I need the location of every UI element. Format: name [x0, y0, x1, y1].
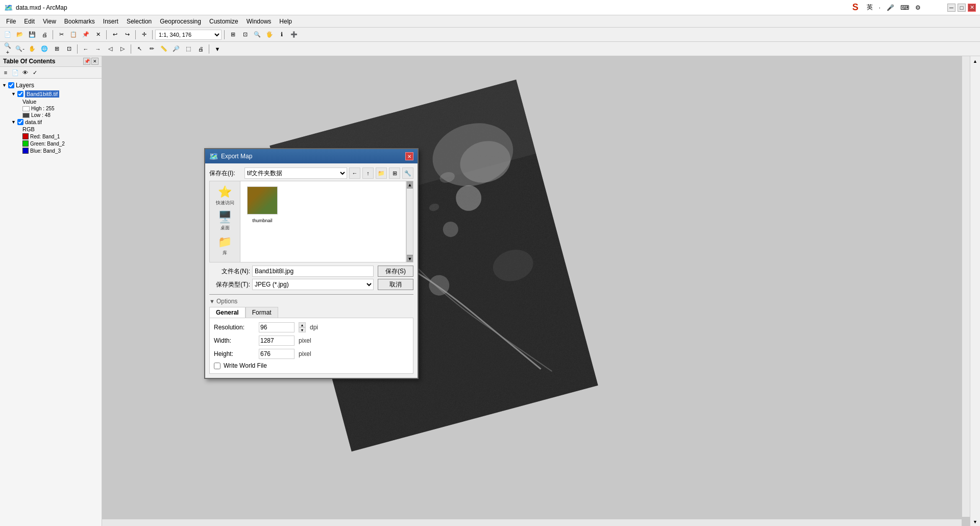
- file-scrollbar-v[interactable]: ▲ ▼: [406, 181, 413, 262]
- nav-up-btn[interactable]: ↑: [362, 168, 374, 179]
- tab-format[interactable]: Format: [246, 307, 278, 318]
- zoom-full-button[interactable]: ⊞: [227, 29, 238, 40]
- toc-sel-btn[interactable]: ✓: [30, 68, 39, 77]
- map-area[interactable]: 🗺️ Export Map ✕ 保存在(I): tif文件夹数据 ← ↑ 📁 ⊞: [102, 56, 970, 526]
- scale-dropdown[interactable]: 1:1, 340, 176: [155, 30, 222, 40]
- select-feature-button[interactable]: ⬚: [183, 43, 194, 55]
- undo-button[interactable]: ↩: [109, 29, 120, 40]
- pan-button[interactable]: 🖐: [264, 29, 275, 40]
- menu-selection[interactable]: Selection: [122, 17, 156, 26]
- toc-vis-btn[interactable]: 👁: [20, 68, 30, 77]
- rs-scroll-down[interactable]: ▼: [971, 518, 979, 526]
- file-area[interactable]: thumbnail: [240, 181, 406, 262]
- resolution-up[interactable]: ▲: [299, 322, 306, 327]
- quick-access-item[interactable]: ⭐ 快速访问: [216, 185, 234, 206]
- toc-list-btn[interactable]: ≡: [1, 68, 10, 77]
- nav-back-btn[interactable]: ←: [349, 168, 360, 179]
- zoom-in-button[interactable]: 🔍+: [2, 43, 13, 55]
- nav-folder-btn[interactable]: 📁: [376, 168, 387, 179]
- folder-item[interactable]: 📁 库: [218, 235, 232, 256]
- ime-icon-kb[interactable]: ⌨: [898, 4, 911, 11]
- rs-scroll-up[interactable]: ▲: [971, 57, 979, 65]
- edit-button[interactable]: ✏: [146, 43, 157, 55]
- delete-button[interactable]: ✕: [92, 29, 104, 40]
- print-layout-button[interactable]: 🖨: [195, 43, 206, 55]
- next-extent-button[interactable]: ▷: [117, 43, 128, 55]
- add-data-button[interactable]: ➕: [288, 29, 300, 40]
- new-button[interactable]: 📄: [2, 29, 13, 40]
- location-dropdown[interactable]: tif文件夹数据: [244, 168, 347, 179]
- menu-bookmarks[interactable]: Bookmarks: [60, 17, 99, 26]
- scroll-down-arrow[interactable]: ▼: [407, 255, 413, 262]
- menu-customize[interactable]: Customize: [205, 17, 242, 26]
- file-thumbnail-item[interactable]: thumbnail: [244, 185, 280, 223]
- height-input[interactable]: [259, 349, 295, 359]
- layer1-name[interactable]: Band1bit8.tif: [25, 90, 59, 98]
- ime-icon-en[interactable]: 英: [865, 3, 875, 12]
- layer1-expand[interactable]: ▼: [11, 91, 16, 97]
- menu-view[interactable]: View: [39, 17, 60, 26]
- layer2-name[interactable]: data.tif: [25, 119, 42, 125]
- fixed-zoom-button[interactable]: ⊞: [51, 43, 62, 55]
- globe-button[interactable]: 🌐: [39, 43, 50, 55]
- select-button[interactable]: ↖: [134, 43, 145, 55]
- prev-extent-button[interactable]: ◁: [105, 43, 116, 55]
- identify-button[interactable]: ℹ: [276, 29, 287, 40]
- ime-icon-mic[interactable]: 🎤: [885, 4, 896, 11]
- menu-file[interactable]: File: [2, 17, 20, 26]
- zoom-select-button[interactable]: 🔍: [252, 29, 263, 40]
- scroll-up-arrow[interactable]: ▲: [407, 181, 413, 188]
- dialog-close-button[interactable]: ✕: [405, 152, 413, 160]
- hand-button[interactable]: ✋: [27, 43, 38, 55]
- close-button[interactable]: ✕: [968, 4, 976, 12]
- layer1-checkbox[interactable]: [17, 91, 23, 97]
- map-horizontal-scrollbar[interactable]: [102, 519, 962, 526]
- nav-grid-btn[interactable]: ⊞: [389, 168, 400, 179]
- paste-button[interactable]: 📌: [80, 29, 91, 40]
- resolution-input[interactable]: [259, 322, 295, 332]
- print-button[interactable]: 🖨: [39, 29, 50, 40]
- worldfile-checkbox[interactable]: [214, 363, 220, 369]
- map-vertical-scrollbar[interactable]: [962, 56, 970, 517]
- resolution-down[interactable]: ▼: [299, 327, 306, 332]
- window-zoom-button[interactable]: ⊡: [63, 43, 75, 55]
- toc-pin-button[interactable]: 📌: [83, 58, 90, 65]
- ime-icon-dot[interactable]: ·: [877, 4, 883, 11]
- toc-source-btn[interactable]: 📄: [11, 68, 20, 77]
- menu-help[interactable]: Help: [275, 17, 296, 26]
- toc-close-button[interactable]: ✕: [91, 58, 99, 65]
- ime-icon-settings[interactable]: ⚙: [913, 4, 923, 11]
- layers-checkbox[interactable]: [8, 82, 14, 88]
- layer2-legend: RGB Red: Band_1 Green: Band_2 Blue: Band…: [10, 126, 100, 154]
- menu-edit[interactable]: Edit: [20, 17, 39, 26]
- copy-button[interactable]: 📋: [68, 29, 79, 40]
- navigate-button[interactable]: ✛: [138, 29, 150, 40]
- cancel-button[interactable]: 取消: [378, 279, 413, 290]
- layers-expand[interactable]: ▼: [2, 83, 7, 88]
- menu-geoprocessing[interactable]: Geoprocessing: [156, 17, 205, 26]
- back-button[interactable]: ←: [80, 43, 91, 55]
- zoom-layer-button[interactable]: ⊡: [239, 29, 251, 40]
- extra-button[interactable]: ▼: [212, 43, 223, 55]
- menu-windows[interactable]: Windows: [242, 17, 276, 26]
- save-button[interactable]: 保存(S): [378, 266, 413, 277]
- layer2-expand[interactable]: ▼: [11, 119, 16, 125]
- minimize-button[interactable]: ─: [947, 4, 955, 12]
- find-button[interactable]: 🔎: [170, 43, 182, 55]
- desktop-item[interactable]: 🖥️ 桌面: [218, 210, 232, 231]
- filetype-select[interactable]: JPEG (*.jpg): [252, 279, 374, 290]
- tab-general[interactable]: General: [209, 307, 246, 318]
- open-button[interactable]: 📂: [14, 29, 26, 40]
- cut-button[interactable]: ✂: [56, 29, 67, 40]
- zoom-out-button[interactable]: 🔍-: [14, 43, 26, 55]
- filename-input[interactable]: [252, 266, 374, 277]
- redo-button[interactable]: ↪: [121, 29, 133, 40]
- save-button[interactable]: 💾: [27, 29, 38, 40]
- nav-tools-btn[interactable]: 🔧: [402, 168, 413, 179]
- maximize-button[interactable]: □: [958, 4, 966, 12]
- width-input[interactable]: [259, 336, 295, 346]
- forward-button[interactable]: →: [92, 43, 104, 55]
- menu-insert[interactable]: Insert: [99, 17, 122, 26]
- measure-button[interactable]: 📏: [158, 43, 169, 55]
- layer2-checkbox[interactable]: [17, 119, 23, 125]
